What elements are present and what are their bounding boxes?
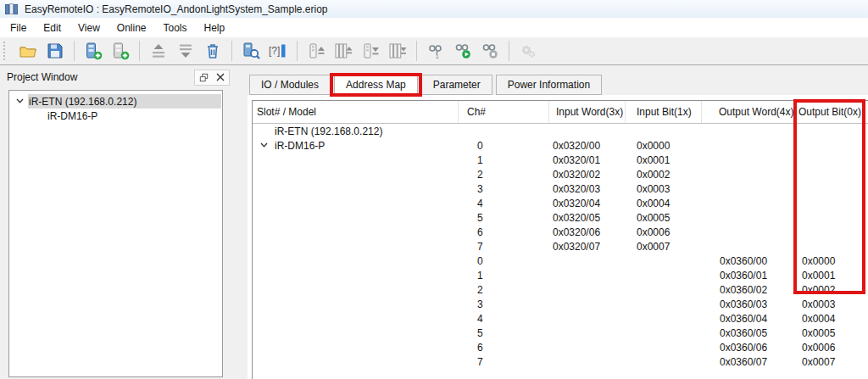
download-all-modules-button[interactable]	[385, 39, 410, 63]
cell-output-bit: 0x0001	[795, 270, 868, 281]
menu-item-help[interactable]: Help	[196, 20, 234, 36]
toolbar-separator	[297, 41, 298, 61]
io-address-config-button[interactable]: [?]	[265, 39, 291, 63]
menu-item-view[interactable]: View	[70, 20, 108, 36]
connect-device-button[interactable]: 1	[423, 39, 448, 63]
upload-module-button[interactable]	[303, 39, 329, 63]
go-offline-button[interactable]	[477, 39, 503, 63]
move-module-down-button[interactable]	[173, 39, 198, 63]
menu-item-file[interactable]: File	[2, 20, 35, 36]
tab-power-information[interactable]: Power Information	[496, 75, 602, 95]
cell-model	[253, 311, 459, 326]
cell-output-word: 0x0360/01	[702, 270, 795, 281]
cell-model	[253, 282, 459, 297]
menu-item-tools[interactable]: Tools	[155, 20, 196, 36]
go-online-button[interactable]	[450, 39, 476, 63]
menu-item-online[interactable]: Online	[108, 20, 155, 36]
cell-input-bit: 0x0005	[626, 212, 702, 224]
menu-item-edit[interactable]: Edit	[35, 20, 70, 36]
cell-ch: 6	[459, 342, 549, 354]
download-module-button[interactable]	[358, 39, 383, 63]
upload-module-icon	[307, 42, 326, 60]
open-project-button[interactable]	[15, 39, 41, 63]
close-panel-button[interactable]	[212, 70, 229, 85]
cell-model	[253, 153, 459, 167]
cell-model: iR-ETN (192.168.0.212)	[253, 124, 459, 138]
table-row[interactable]: 40x0360/040x0004	[253, 311, 868, 326]
tab-parameter[interactable]: Parameter	[421, 75, 492, 95]
chevron-down-icon[interactable]	[260, 142, 268, 148]
table-row[interactable]: 30x0320/030x0003	[253, 181, 868, 196]
cell-ch: 3	[459, 183, 549, 195]
cell-input-word: 0x0320/05	[549, 212, 626, 224]
cell-model	[253, 354, 459, 369]
cell-ch: 1	[459, 270, 549, 281]
cell-input-bit: 0x0000	[626, 140, 702, 152]
save-project-button[interactable]	[42, 39, 68, 63]
table-row[interactable]: iR-DM16-P00x0320/000x0000	[253, 138, 868, 153]
cell-model	[253, 225, 459, 239]
table-row[interactable]: 10x0320/010x0001	[253, 153, 868, 167]
table-row[interactable]: 50x0320/050x0005	[253, 210, 868, 225]
cell-input-bit: 0x0003	[626, 183, 702, 195]
float-icon	[199, 73, 209, 82]
cell-ch: 6	[459, 226, 549, 238]
download-all-modules-icon	[388, 42, 407, 60]
add-module-button[interactable]	[81, 39, 106, 63]
svg-text:1: 1	[436, 53, 440, 60]
cell-ch: 1	[459, 154, 549, 166]
insert-module-button[interactable]	[108, 39, 133, 63]
chevron-down-icon[interactable]	[16, 98, 24, 103]
download-module-icon	[361, 42, 380, 60]
cell-output-word: 0x0360/02	[702, 284, 795, 296]
table-row[interactable]: iR-ETN (192.168.0.212)	[253, 124, 868, 138]
upload-all-modules-button[interactable]	[331, 39, 356, 63]
cell-model	[253, 196, 459, 210]
toolbar-separator	[74, 41, 75, 61]
table-row[interactable]: 10x0360/010x0001	[253, 268, 868, 282]
toolbar-separator	[416, 41, 417, 61]
cell-output-word: 0x0360/04	[702, 313, 795, 325]
table-row[interactable]: 60x0360/060x0006	[253, 340, 868, 354]
scan-modules-button[interactable]	[238, 39, 264, 63]
table-row[interactable]: 00x0360/000x0000	[253, 254, 868, 268]
tab-io-modules[interactable]: IO / Modules	[249, 75, 331, 95]
cell-model: iR-DM16-P	[253, 138, 459, 153]
toolbar-separator	[231, 41, 232, 61]
table-row[interactable]: 20x0360/020x0002	[253, 282, 868, 297]
cell-output-word: 0x0360/05	[702, 327, 795, 339]
cell-output-word: 0x0360/03	[702, 298, 795, 310]
online-stop-icon	[481, 42, 499, 60]
table-row[interactable]: 20x0320/020x0002	[253, 167, 868, 181]
table-row[interactable]: 70x0320/070x0007	[253, 239, 868, 254]
cell-output-bit: 0x0006	[795, 342, 868, 354]
toolbar-grip[interactable]	[3, 42, 10, 60]
table-row[interactable]: 30x0360/030x0003	[253, 297, 868, 311]
table-row[interactable]: 70x0360/070x0007	[253, 354, 868, 369]
cell-model	[253, 297, 459, 311]
project-tree: iR-ETN (192.168.0.212)iR-DM16-P	[8, 90, 223, 377]
connect-icon: 1	[426, 42, 445, 60]
settings-button	[515, 39, 541, 63]
move-down-icon	[176, 42, 195, 60]
cell-input-word: 0x0320/07	[549, 241, 626, 253]
cell-model	[253, 181, 459, 196]
cell-input-bit: 0x0007	[626, 241, 702, 253]
delete-module-button[interactable]	[200, 39, 225, 63]
table-row[interactable]: 50x0360/050x0005	[253, 326, 868, 340]
project-window-title: Project Window	[7, 71, 194, 83]
float-panel-button[interactable]	[195, 70, 212, 85]
toolbar: [?]	[0, 37, 868, 65]
table-row[interactable]: 40x0320/040x0004	[253, 196, 868, 210]
table-row[interactable]: 60x0320/060x0006	[253, 225, 868, 239]
tree-item-ir-dm16-p[interactable]: iR-DM16-P	[9, 109, 222, 123]
cell-output-bit: 0x0002	[795, 284, 868, 296]
cell-model	[253, 340, 459, 354]
project-window-controls	[194, 70, 230, 86]
tab-address-map[interactable]: Address Map	[334, 75, 418, 95]
move-module-up-button[interactable]	[146, 39, 171, 63]
column-header-ch: Ch#	[459, 101, 549, 123]
save-icon	[46, 42, 64, 60]
column-header-slot-model: Slot# / Model	[253, 101, 459, 123]
tree-item-ir-etn-192-168-0-212[interactable]: iR-ETN (192.168.0.212)	[9, 94, 222, 109]
